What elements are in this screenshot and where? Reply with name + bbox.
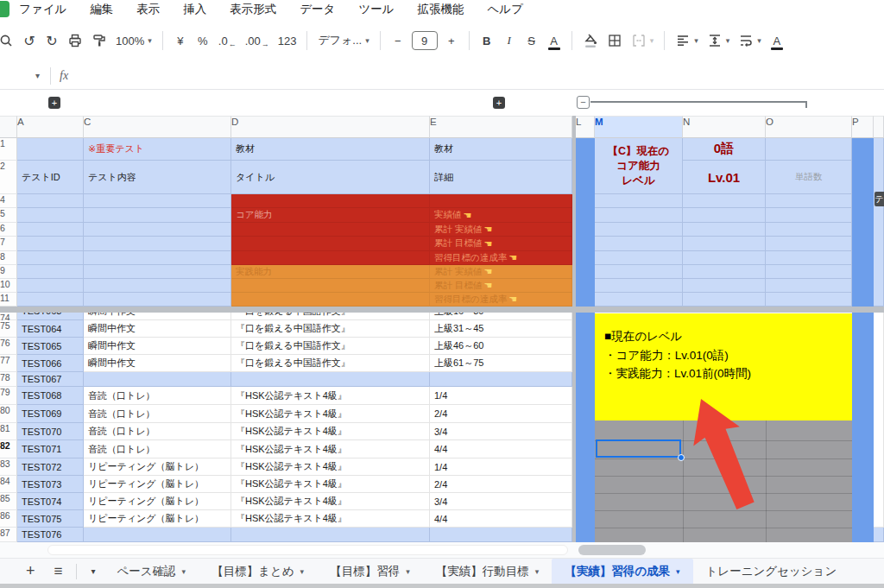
row-header-78[interactable]: 78: [0, 372, 17, 387]
cell-A78[interactable]: TEST067: [17, 372, 84, 387]
cell-C82[interactable]: 音読（口トレ）: [84, 440, 231, 458]
cell-D84[interactable]: 『HSK公認テキスト4級』: [231, 476, 430, 493]
column-header-D[interactable]: D: [231, 116, 430, 138]
horizontal-scrollbar-thumb[interactable]: [578, 545, 646, 555]
cell-D5[interactable]: コア能力: [231, 208, 430, 223]
cell-E78[interactable]: [430, 372, 572, 387]
cell-C83[interactable]: リピーティング（脳トレ）: [84, 458, 231, 476]
cell-C75[interactable]: 瞬間中作文: [84, 320, 231, 338]
menu-item-4[interactable]: 表示形式: [230, 2, 276, 17]
strikethrough-button[interactable]: S: [521, 28, 543, 53]
increase-decimal-button[interactable]: .00→: [241, 28, 274, 53]
cell-E7[interactable]: 累計 目標値☚: [430, 237, 572, 251]
bold-button[interactable]: B: [476, 28, 498, 53]
formula-input[interactable]: [68, 62, 884, 89]
cell-D4[interactable]: [231, 194, 430, 208]
undo-button[interactable]: ↺: [18, 28, 41, 53]
cell-D81[interactable]: 『HSK公認テキスト4級』: [231, 423, 430, 440]
cell-A79[interactable]: TEST068: [17, 387, 84, 405]
cell-O7[interactable]: [766, 237, 852, 251]
row-header-9[interactable]: 9: [0, 265, 17, 279]
cell-M6[interactable]: [595, 223, 683, 237]
cell-C77[interactable]: 瞬間中作文: [84, 355, 231, 372]
font-select[interactable]: デフォ...▾: [313, 28, 373, 53]
currency-format-button[interactable]: ¥: [169, 28, 192, 53]
row-header-6[interactable]: 6: [0, 223, 17, 237]
row-header-10[interactable]: 10: [0, 279, 17, 293]
cell-D11[interactable]: [231, 293, 430, 307]
selected-cell-outline[interactable]: [596, 439, 681, 458]
row-header-75[interactable]: 75: [0, 320, 17, 338]
cell-D7[interactable]: [231, 237, 430, 251]
vertical-align-button[interactable]: ▾: [703, 28, 735, 53]
cell-C10[interactable]: [84, 279, 231, 293]
cell-D2[interactable]: タイトル: [231, 161, 430, 194]
cell-N4[interactable]: [683, 194, 766, 208]
cell-E75[interactable]: 上級31～45: [430, 320, 572, 338]
cell-A6[interactable]: [17, 223, 84, 237]
cell-E87[interactable]: [430, 528, 572, 542]
cell-D77[interactable]: 『口を鍛える中国語作文』: [231, 355, 430, 372]
tab-caret-icon[interactable]: ▾: [182, 567, 186, 576]
column-header-P[interactable]: P: [852, 116, 874, 138]
cell-C6[interactable]: [84, 223, 231, 237]
borders-button[interactable]: [603, 28, 627, 53]
menu-item-6[interactable]: ツール: [358, 2, 394, 17]
cell-C84[interactable]: リピーティング（脳トレ）: [84, 476, 231, 493]
column-group-expand-button-2[interactable]: +: [493, 97, 505, 109]
search-icon[interactable]: [0, 28, 18, 53]
cell-C81[interactable]: 音読（口トレ）: [84, 423, 231, 440]
row-header-83[interactable]: 83: [0, 458, 17, 476]
cell-E1[interactable]: 教材: [430, 138, 572, 161]
row-header-85[interactable]: 85: [0, 493, 17, 510]
text-rotation-button[interactable]: A: [766, 28, 788, 53]
cell-N5[interactable]: [683, 208, 766, 223]
cell-E81[interactable]: 3/4: [430, 423, 572, 440]
cell-E10[interactable]: 累計 目標値☚: [430, 279, 572, 293]
tab-overflow-caret[interactable]: ▾: [82, 559, 104, 584]
menu-item-8[interactable]: ヘルプ: [488, 2, 523, 17]
column-header-A[interactable]: A: [17, 116, 84, 138]
grid-corner-box[interactable]: [0, 116, 17, 138]
cell-E80[interactable]: 2/4: [430, 405, 572, 423]
cell-A4[interactable]: [17, 194, 84, 208]
cell-N2[interactable]: Lv.01: [683, 161, 766, 194]
name-box-caret-icon[interactable]: ▾: [35, 71, 40, 80]
current-level-note-cell[interactable]: ■現在のレベル・コア能力：Lv.01(0語)・実践能力：Lv.01前(0時間): [595, 313, 852, 420]
cell-O8[interactable]: [766, 251, 852, 265]
cell-N1[interactable]: 0語: [683, 138, 766, 161]
column-P-band[interactable]: [852, 138, 874, 307]
cell-A81[interactable]: TEST070: [17, 423, 84, 440]
cell-E82[interactable]: 4/4: [430, 440, 572, 458]
row-header-82[interactable]: 82: [0, 440, 17, 458]
row-header-7[interactable]: 7: [0, 237, 17, 251]
menu-item-3[interactable]: 挿入: [183, 2, 206, 17]
increase-font-size-button[interactable]: +: [440, 28, 463, 53]
cell-E86[interactable]: 4/4: [430, 510, 572, 528]
cell-C86[interactable]: リピーティング（脳トレ）: [84, 510, 231, 528]
cell-O4[interactable]: [766, 194, 852, 208]
sheet-tab-5[interactable]: トレーニングセッション: [693, 559, 850, 584]
column-group-expand-button[interactable]: +: [48, 97, 60, 109]
cell-C80[interactable]: 音読（口トレ）: [84, 405, 231, 423]
sheet-tab-3[interactable]: 【実績】行動目標▾: [423, 559, 552, 584]
text-color-button[interactable]: A: [543, 28, 565, 53]
cell-E77[interactable]: 上級61～75: [430, 355, 572, 372]
row-header-87[interactable]: 87: [0, 528, 17, 542]
column-L-band-bottom[interactable]: [576, 313, 595, 542]
cell-E85[interactable]: 3/4: [430, 493, 572, 510]
add-sheet-button[interactable]: +: [17, 559, 44, 584]
cell-A1[interactable]: [17, 138, 84, 161]
cell-M10[interactable]: [595, 279, 683, 293]
row-header-11[interactable]: 11: [0, 293, 17, 307]
cell-M1-core-level-header[interactable]: 【C】現在のコア能力レベル: [595, 138, 683, 194]
redo-button[interactable]: ↻: [41, 28, 63, 53]
cell-E79[interactable]: 1/4: [430, 387, 572, 405]
cell-D6[interactable]: [231, 223, 430, 237]
tab-caret-icon[interactable]: ▾: [300, 567, 305, 576]
cell-C76[interactable]: 瞬間中作文: [84, 338, 231, 355]
column-L-band[interactable]: [576, 138, 595, 307]
sheets-logo-icon[interactable]: [0, 1, 9, 17]
percent-format-button[interactable]: %: [192, 28, 214, 53]
column-header-sliver[interactable]: [874, 116, 884, 138]
